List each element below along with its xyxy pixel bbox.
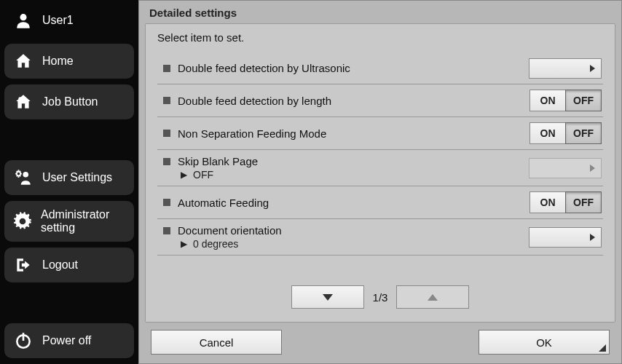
setting-label: Double feed detection by length (178, 95, 331, 107)
sidebar-item-home[interactable]: Home (4, 44, 134, 79)
setting-row-skip-blank: Skip Blank Page ▶ OFF (157, 150, 603, 186)
sidebar-item-label: Administrator setting (41, 208, 125, 234)
svg-point-2 (23, 172, 28, 178)
sidebar-item-admin-setting[interactable]: Administrator setting (4, 201, 134, 242)
setting-row-ultrasonic: Double feed detection by Ultrasonic (157, 52, 603, 84)
setting-row-length: Double feed detection by length ON OFF (157, 84, 603, 117)
sidebar-item-power-off[interactable]: Power off (4, 323, 134, 358)
page-title: Detailed settings (139, 1, 621, 23)
chevron-right-icon (590, 234, 595, 241)
setting-label: Automatic Feeding (178, 197, 269, 209)
dropdown-orientation[interactable] (529, 227, 602, 248)
svg-point-1 (18, 97, 22, 100)
setting-row-orientation: Document orientation ▶ 0 degrees (157, 219, 603, 256)
sidebar-item-logout[interactable]: Logout (4, 248, 134, 282)
sidebar-item-label: Power off (42, 334, 91, 347)
page-up-button (396, 285, 469, 309)
logout-icon (13, 255, 34, 275)
chevron-right-icon (590, 165, 595, 172)
home-icon (13, 51, 34, 71)
pager: 1/3 (157, 272, 603, 314)
sidebar-item-label: Home (42, 55, 74, 68)
setting-row-non-separation: Non Separation Feeding Mode ON OFF (157, 117, 603, 150)
setting-subvalue: OFF (193, 169, 213, 181)
triangle-up-icon (428, 294, 438, 301)
setting-label: Document orientation (178, 224, 282, 237)
main-panel: Detailed settings Select item to set. Do… (138, 0, 622, 364)
chevron-right-icon (590, 65, 595, 72)
setting-row-auto-feed: Automatic Feeding ON OFF (157, 186, 603, 219)
setting-subvalue: 0 degrees (193, 238, 238, 250)
triangle-down-icon (323, 294, 333, 301)
setting-label: Skip Blank Page (178, 155, 258, 167)
dropdown-skip-blank (529, 158, 602, 178)
svg-rect-5 (23, 333, 25, 341)
sub-arrow-icon: ▶ (181, 170, 187, 180)
toggle-on-button[interactable]: ON (530, 90, 566, 111)
toggle-off-button[interactable]: OFF (565, 191, 602, 213)
toggle-non-separation: ON OFF (530, 122, 602, 144)
gear-icon (13, 211, 32, 232)
page-down-button[interactable] (291, 285, 364, 309)
ok-button[interactable]: OK (479, 330, 610, 355)
bullet-icon (163, 130, 170, 137)
setting-label: Non Separation Feeding Mode (178, 127, 326, 140)
sidebar-item-user-settings[interactable]: User Settings (4, 160, 134, 195)
sidebar-item-label: User Settings (42, 171, 112, 184)
footer: Cancel OK (139, 323, 621, 363)
bullet-icon (163, 199, 170, 206)
bullet-icon (163, 158, 170, 165)
toggle-off-button[interactable]: OFF (565, 122, 602, 144)
cancel-button[interactable]: Cancel (151, 330, 282, 355)
toggle-off-button[interactable]: OFF (565, 90, 602, 111)
power-icon (13, 331, 34, 351)
toggle-auto-feed: ON OFF (530, 191, 602, 213)
resize-corner-icon (599, 344, 606, 352)
settings-content: Select item to set. Double feed detectio… (145, 23, 615, 323)
ok-label: OK (536, 336, 552, 349)
setting-label: Double feed detection by Ultrasonic (178, 62, 350, 74)
sidebar-item-job-button[interactable]: Job Button (4, 84, 134, 119)
page-indicator: 1/3 (373, 291, 388, 304)
toggle-on-button[interactable]: ON (530, 122, 566, 144)
instruction-text: Select item to set. (157, 31, 603, 44)
sidebar-item-label: Logout (42, 258, 78, 272)
bullet-icon (163, 227, 170, 234)
svg-point-0 (20, 14, 26, 20)
bullet-icon (163, 97, 170, 104)
toggle-on-button[interactable]: ON (530, 191, 566, 213)
job-button-icon (13, 92, 34, 112)
user-icon (13, 10, 34, 31)
bullet-icon (163, 65, 170, 72)
sidebar-item-user[interactable]: User1 (4, 3, 134, 38)
sidebar-item-label: User1 (42, 14, 74, 27)
toggle-length: ON OFF (530, 90, 602, 111)
cancel-label: Cancel (200, 336, 234, 349)
sidebar-item-label: Job Button (42, 95, 98, 108)
sidebar: User1 Home Job Button User Settings Admi… (0, 0, 138, 364)
sub-arrow-icon: ▶ (181, 239, 187, 249)
user-settings-icon (13, 167, 34, 188)
dropdown-ultrasonic[interactable] (529, 58, 602, 79)
